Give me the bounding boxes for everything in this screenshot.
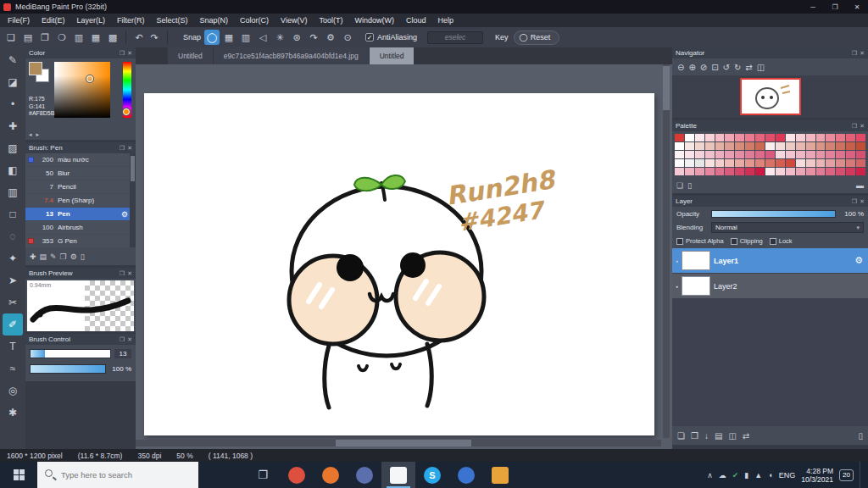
maximize-button[interactable]: ❐ xyxy=(824,0,846,14)
palette-swatch[interactable] xyxy=(755,142,765,150)
volume-icon[interactable]: ◖ xyxy=(768,471,772,480)
foreground-color-swatch[interactable] xyxy=(29,62,42,75)
layer-header[interactable]: Layer ❐ ✕ xyxy=(672,196,868,207)
sv-cursor[interactable] xyxy=(86,75,93,82)
palette-swatch[interactable] xyxy=(765,151,775,158)
palette-swatch[interactable] xyxy=(856,134,865,141)
palette-swatch[interactable] xyxy=(836,159,845,167)
firefox-icon[interactable] xyxy=(314,462,348,488)
skype-icon[interactable]: S xyxy=(415,462,449,488)
material-icon[interactable]: ◫ xyxy=(728,431,736,441)
menu-item-file[interactable]: File(F) xyxy=(2,16,36,25)
checkbox-protect-alpha[interactable]: Protect Alpha xyxy=(676,237,724,245)
close-panel-icon[interactable]: ✕ xyxy=(127,270,132,277)
move-tool[interactable]: ✚ xyxy=(3,115,23,137)
brush-tool[interactable]: ✎ xyxy=(3,49,23,71)
layer-visibility-dot[interactable]: ● xyxy=(676,284,678,289)
snap-settings-icon[interactable]: ⚙ xyxy=(323,30,338,45)
palette-swatch[interactable] xyxy=(755,151,765,158)
brush-item-pen[interactable]: 7.4Pen (Sharp) xyxy=(25,194,130,207)
palette-swatch[interactable] xyxy=(806,134,815,141)
brush-folder-icon[interactable]: ▤ xyxy=(40,252,47,261)
layer-row-layer2[interactable]: ●Layer2 xyxy=(672,274,868,298)
palette-swatch[interactable] xyxy=(816,159,826,167)
palette-swatch[interactable] xyxy=(796,159,805,167)
palette-swatch[interactable] xyxy=(826,134,835,141)
menu-item-view[interactable]: View(V) xyxy=(275,16,313,25)
duplicate-layer-icon[interactable]: ❐ xyxy=(691,431,698,441)
brush-item-blur[interactable]: 50Blur xyxy=(25,167,130,180)
horizontal-scrollbar[interactable] xyxy=(136,440,661,446)
palette-swatch[interactable] xyxy=(705,134,715,141)
fill-tool[interactable]: ▨ xyxy=(3,137,23,159)
palette-swatch[interactable] xyxy=(846,151,855,158)
palette-swatch[interactable] xyxy=(735,151,744,158)
tab-untitled-0[interactable]: Untitled xyxy=(168,47,213,64)
palette-swatch[interactable] xyxy=(735,159,744,167)
color-back-icon[interactable]: ◂ xyxy=(29,131,32,138)
blending-select[interactable]: Normal ▾ xyxy=(711,222,864,233)
chrome-icon[interactable] xyxy=(280,462,314,488)
palette-swatch[interactable] xyxy=(765,142,775,150)
bucket-tool[interactable]: ◧ xyxy=(3,159,23,181)
palette-swatch[interactable] xyxy=(695,159,704,167)
palette-swatch[interactable] xyxy=(826,159,835,167)
brush-settings-icon[interactable]: ⚙ xyxy=(121,210,128,219)
menu-item-select[interactable]: Select(S) xyxy=(151,16,194,25)
palette-swatch[interactable] xyxy=(715,142,725,150)
menu-item-help[interactable]: Help xyxy=(431,16,459,25)
lasso-tool[interactable]: ◌ xyxy=(3,225,23,247)
select-tool[interactable]: □ xyxy=(3,203,23,225)
curve-tool[interactable]: ≈ xyxy=(3,358,23,380)
palette-swatch[interactable] xyxy=(846,134,855,141)
palette-swatch[interactable] xyxy=(786,134,795,141)
layer-row-layer1[interactable]: ●Layer1⚙ xyxy=(672,248,868,273)
brush-control-header[interactable]: Brush Control ❐ ✕ xyxy=(25,334,136,345)
redo-icon[interactable]: ↷ xyxy=(147,30,162,45)
edit-brush-icon[interactable]: ✎ xyxy=(50,252,57,261)
delete-layer-icon[interactable]: ▯ xyxy=(858,431,863,441)
checkbox-clipping[interactable]: Clipping xyxy=(731,237,763,245)
close-button[interactable]: ✕ xyxy=(846,0,868,14)
palette-swatch[interactable] xyxy=(836,134,845,141)
palette-swatch[interactable] xyxy=(675,151,684,158)
battery-icon[interactable]: ▮ xyxy=(744,471,748,480)
palette-swatch[interactable] xyxy=(685,142,694,150)
brush-preview-header[interactable]: Brush Preview ❐ ✕ xyxy=(25,268,136,279)
hue-slider[interactable] xyxy=(123,62,131,118)
palette-swatch[interactable] xyxy=(675,168,684,175)
palette-swatch[interactable] xyxy=(725,142,734,150)
palette-swatch[interactable] xyxy=(715,151,725,158)
palette-swatch[interactable] xyxy=(826,142,835,150)
close-panel-icon[interactable]: ✕ xyxy=(860,123,865,130)
palette-swatch[interactable] xyxy=(695,142,704,150)
reset-button[interactable]: ◯ Reset xyxy=(514,30,560,45)
palette-swatch[interactable] xyxy=(735,142,744,150)
palette-swatch[interactable] xyxy=(806,142,815,150)
navigator-thumbnail[interactable] xyxy=(740,78,801,115)
search-input[interactable] xyxy=(37,470,198,480)
checkbox-lock[interactable]: Lock xyxy=(770,237,793,245)
palette-swatch[interactable] xyxy=(806,159,815,167)
palette-swatch[interactable] xyxy=(786,168,795,175)
layer-folder-icon[interactable]: ▤ xyxy=(715,431,722,441)
palette-swatch[interactable] xyxy=(695,134,704,141)
opacity-slider[interactable] xyxy=(711,210,836,218)
snap-grid-icon[interactable]: ▦ xyxy=(221,30,236,45)
antialiasing-checkbox[interactable]: ✓ AntiAliasing xyxy=(365,33,417,42)
transform-icon[interactable]: ⇄ xyxy=(743,431,749,441)
delete-brush-icon[interactable]: ▯ xyxy=(81,252,85,261)
task-view-icon[interactable]: ❐ xyxy=(246,462,280,488)
palette-swatch[interactable] xyxy=(816,134,826,141)
snap-vanishing-point-icon[interactable]: ✳ xyxy=(272,30,287,45)
palette-swatch[interactable] xyxy=(856,159,865,167)
spread-view-icon[interactable]: ◫ xyxy=(757,63,765,72)
palette-swatch[interactable] xyxy=(755,168,765,175)
palette-swatch[interactable] xyxy=(846,168,855,175)
menu-item-color[interactable]: Color(C) xyxy=(234,16,275,25)
magic-wand-tool[interactable]: ✦ xyxy=(3,247,23,269)
merge-layer-icon[interactable]: ↓ xyxy=(704,431,709,441)
palette-swatch[interactable] xyxy=(675,142,684,150)
brush-item-airbrush[interactable]: 100Airbrush xyxy=(25,221,130,234)
close-panel-icon[interactable]: ✕ xyxy=(127,50,132,57)
